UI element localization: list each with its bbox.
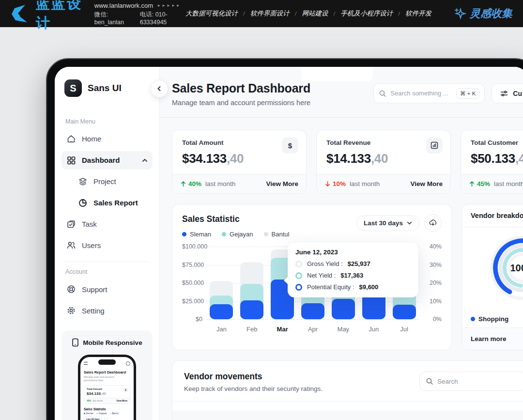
- dollar-icon: $: [282, 137, 298, 154]
- view-more-link[interactable]: View More: [410, 180, 443, 187]
- phone-range-pill: Last 30 days: [84, 417, 102, 420]
- layers-icon: [78, 177, 88, 187]
- sidebar-item-project[interactable]: Project: [62, 172, 153, 191]
- stat-fraction: ,40: [371, 151, 388, 166]
- banner-menu-item-dev[interactable]: 软件开发: [405, 9, 431, 18]
- y-axis-tick-right: 20%: [424, 280, 442, 286]
- learn-more-link[interactable]: Learn more: [462, 327, 523, 350]
- banner-menu-item-software-ui[interactable]: 软件界面设计: [250, 9, 290, 18]
- download-button[interactable]: [424, 214, 442, 232]
- phone-stat-value: $34.133: [87, 391, 101, 396]
- sales-statistic-card: Sales Statistic Sleman Gejayan Bantul La…: [172, 204, 452, 350]
- mobile-card-title: Mobile Responsive: [83, 339, 142, 346]
- legend-gejayan[interactable]: Gejayan: [222, 231, 253, 238]
- gray-ring-icon: [295, 261, 302, 267]
- banner-menu-item-bigdata[interactable]: 大数据可视化设计: [185, 9, 238, 18]
- hamburger-icon: [84, 362, 88, 365]
- gridline: [206, 319, 419, 320]
- legend-shopping[interactable]: Shopping: [471, 315, 508, 323]
- banner-url[interactable]: www.lanlanwork.com: [94, 2, 153, 9]
- sidebar-item-label: Home: [82, 135, 101, 143]
- stat-label: Total Customer: [471, 139, 523, 146]
- stat-label: Total Amount: [182, 139, 296, 146]
- y-axis-tick-left: $50.000: [182, 280, 202, 286]
- menu-separator: /: [398, 10, 400, 17]
- trend-note: last month: [494, 180, 523, 187]
- vendor-search-input[interactable]: [437, 378, 520, 385]
- legend-sleman[interactable]: Sleman: [182, 231, 211, 238]
- page-subtitle: Manage team and account permissions here: [172, 99, 310, 107]
- sidebar-collapse-button[interactable]: [151, 80, 168, 97]
- trend-up: 45%: [469, 180, 490, 187]
- stat-fraction: ,40: [515, 151, 523, 166]
- brand-name: Sans UI: [88, 83, 122, 93]
- sidebar-item-task[interactable]: Task: [62, 215, 153, 233]
- lifebuoy-icon: [66, 284, 76, 294]
- charts-row: Sales Statistic Sleman Gejayan Bantul La…: [172, 204, 523, 350]
- divider: [172, 401, 523, 402]
- phone-trend: 40%: [87, 400, 91, 402]
- sidebar-item-support[interactable]: Support: [62, 280, 153, 298]
- chevron-up-icon: [142, 157, 148, 163]
- site-banner: 蓝蓝设计 www.lanlanwork.com ►►►►► 微信: ben_la…: [0, 0, 523, 27]
- phone-view-more: View More: [116, 400, 127, 402]
- gear-icon: [66, 306, 76, 315]
- date-range-dropdown[interactable]: Last 30 days: [356, 215, 419, 231]
- page-header: Sales Report Dashboard Manage team and a…: [160, 67, 523, 118]
- y-axis-tick-right: 10%: [424, 298, 442, 305]
- y-axis-tick-left: $25.000: [182, 298, 202, 305]
- stat-card-total-revenue: Total Revenue $14.133,40 10% last mo: [316, 130, 451, 194]
- y-axis-tick-right: 0%: [424, 316, 442, 323]
- sidebar-item-setting[interactable]: Setting: [62, 301, 153, 320]
- vendor-search[interactable]: [419, 372, 523, 391]
- legend-bantul[interactable]: Bantul: [264, 231, 290, 238]
- dashboard-grid-icon: [66, 156, 76, 165]
- customize-button[interactable]: Cu: [492, 83, 523, 103]
- donut-center-value: 100%: [484, 229, 523, 307]
- bar-segment-sleman: [393, 305, 416, 319]
- sidebar-item-label: Setting: [82, 307, 105, 315]
- vendor-movements-title: Vendor movements: [184, 372, 323, 382]
- sidebar-item-sales-report[interactable]: Sales Report: [62, 194, 153, 212]
- vendor-movements-subtitle: Keep track of vendors and their security…: [184, 385, 323, 392]
- search-icon: [379, 90, 386, 97]
- x-axis-tick: Apr: [308, 326, 318, 333]
- banner-menu-item-mobile[interactable]: 手机及小程序设计: [340, 9, 393, 18]
- sidebar-item-home[interactable]: Home: [62, 130, 153, 148]
- lanlan-logo: 蓝蓝设计: [11, 0, 85, 33]
- search-icon: [126, 361, 130, 366]
- bar-feb[interactable]: [240, 243, 263, 319]
- vendor-movements-card: Vendor movements Keep track of vendors a…: [172, 360, 523, 420]
- banner-menu-item-website[interactable]: 网站建设: [302, 9, 328, 18]
- sidebar-item-users[interactable]: Users: [62, 236, 153, 254]
- x-axis-tick: Jan: [216, 326, 227, 333]
- banner-phone: 电话: 010-63334945: [140, 11, 185, 26]
- inspiration-logo[interactable]: 灵感收集: [454, 6, 512, 21]
- bar-segment-sleman: [301, 303, 324, 319]
- account-label: Account: [65, 268, 153, 275]
- menu-separator: /: [243, 10, 245, 17]
- banner-wechat: 微信: ben_lanlan: [94, 11, 132, 26]
- bar-segment-sleman: [240, 300, 263, 319]
- view-more-link[interactable]: View More: [266, 180, 298, 187]
- sidebar-item-dashboard[interactable]: Dashboard: [62, 151, 153, 170]
- search-input[interactable]: [390, 90, 452, 97]
- x-axis-tick: Jul: [400, 326, 408, 333]
- sidebar: S Sans UI Main Menu Home Dashboard: [55, 67, 160, 420]
- y-axis-tick-left: $100.000: [182, 243, 202, 250]
- bar-jan[interactable]: [210, 243, 233, 319]
- tooltip-date: June 12, 2023: [295, 249, 411, 256]
- bar-segment-sleman: [210, 304, 233, 320]
- menu-separator: /: [295, 10, 297, 17]
- brand: S Sans UI: [62, 79, 153, 97]
- table-header-row: #ID Product Name Date Total Order Price …: [172, 410, 523, 420]
- sidebar-item-label: Dashboard: [82, 156, 120, 164]
- y-axis-tick-right: 30%: [424, 262, 442, 268]
- banner-contact: www.lanlanwork.com ►►►►► 微信: ben_lanlan …: [94, 2, 185, 26]
- sidebar-item-label: Sales Report: [93, 199, 138, 207]
- lanlan-logo-text: 蓝蓝设计: [36, 0, 85, 33]
- global-search[interactable]: ⌘ + K: [373, 83, 485, 103]
- download-icon: [104, 417, 108, 420]
- sales-statistic-title: Sales Statistic: [182, 214, 289, 224]
- page-title: Sales Report Dashboard: [172, 81, 310, 95]
